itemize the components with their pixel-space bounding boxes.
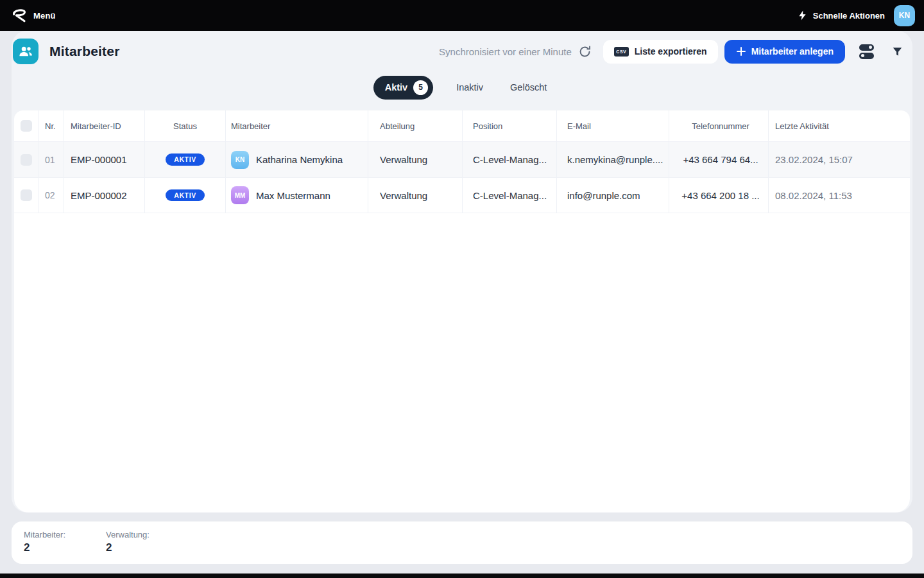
cell-department: Verwaltung: [368, 178, 463, 213]
quick-actions-label: Schnelle Aktionen: [813, 11, 885, 21]
export-list-button[interactable]: CSV Liste exportieren: [603, 40, 718, 64]
column-settings-button[interactable]: [859, 44, 874, 59]
tab-aktiv-count-badge: 5: [413, 80, 428, 95]
status-badge: AKTIV: [166, 153, 205, 166]
employees-table: Nr. Mitarbeiter-ID Status Mitarbeiter Ab…: [14, 110, 910, 512]
plus-icon: [736, 46, 746, 57]
create-employee-button[interactable]: Mitarbeiter anlegen: [724, 40, 845, 64]
cell-email: info@runple.com: [557, 178, 669, 213]
employee-name: Katharina Nemykina: [256, 154, 343, 165]
column-header-employee[interactable]: Mitarbeiter: [226, 110, 368, 141]
summary-footer: Mitarbeiter: 2 Verwaltung: 2: [12, 521, 912, 564]
user-avatar[interactable]: KN: [894, 5, 915, 26]
tab-aktiv[interactable]: Aktiv 5: [373, 76, 433, 100]
stat-verwaltung: Verwaltung: 2: [106, 530, 188, 564]
stat-verwaltung-label: Verwaltung:: [106, 530, 188, 539]
create-employee-label: Mitarbeiter anlegen: [751, 46, 834, 57]
stat-verwaltung-value: 2: [106, 541, 188, 554]
lightning-icon: [797, 9, 808, 22]
tab-aktiv-label: Aktiv: [385, 82, 407, 92]
refresh-icon[interactable]: [578, 45, 592, 58]
table-row[interactable]: 01 EMP-000001 AKTIV KN Katharina Nemykin…: [14, 141, 910, 177]
cell-nr: 02: [38, 178, 64, 213]
filter-icon: [891, 46, 903, 58]
cell-phone: +43 664 200 18 ...: [669, 178, 769, 213]
menu-button[interactable]: Menü: [33, 11, 56, 21]
cell-last-activity: 23.02.2024, 15:07: [769, 142, 910, 177]
table-header-row: Nr. Mitarbeiter-ID Status Mitarbeiter Ab…: [14, 110, 910, 141]
employee-name: Max Mustermann: [256, 190, 330, 201]
cell-employee-id: EMP-000001: [64, 142, 145, 177]
table-row[interactable]: 02 EMP-000002 AKTIV MM Max Mustermann Ve…: [14, 177, 910, 213]
column-header-last-activity[interactable]: Letzte Aktivität: [769, 110, 910, 141]
tab-inaktiv[interactable]: Inaktiv: [452, 82, 487, 92]
runple-logo-icon[interactable]: [10, 6, 28, 24]
column-header-id[interactable]: Mitarbeiter-ID: [64, 110, 145, 141]
quick-actions-button[interactable]: Schnelle Aktionen: [797, 9, 885, 22]
toggles-icon: [859, 44, 874, 59]
column-header-nr[interactable]: Nr.: [38, 110, 64, 141]
employees-icon: [13, 39, 38, 64]
bottom-edge-strip: [0, 574, 924, 578]
topbar: Menü Schnelle Aktionen KN: [0, 0, 924, 31]
employees-card: Mitarbeiter Synchronisiert vor einer Min…: [12, 31, 912, 512]
page-title: Mitarbeiter: [49, 44, 120, 59]
column-header-phone[interactable]: Telefonnummer: [669, 110, 769, 141]
tab-geloescht[interactable]: Gelöscht: [506, 82, 551, 92]
page-background: Mitarbeiter Synchronisiert vor einer Min…: [0, 31, 924, 578]
cell-position: C-Level-Manag...: [463, 178, 557, 213]
export-list-label: Liste exportieren: [635, 46, 707, 57]
cell-nr: 01: [38, 142, 64, 177]
cell-email: k.nemykina@runple....: [557, 142, 669, 177]
cell-phone: +43 664 794 64...: [669, 142, 769, 177]
column-header-email[interactable]: E-Mail: [557, 110, 669, 141]
status-badge: AKTIV: [166, 189, 205, 202]
sync-status-text: Synchronisiert vor einer Minute: [439, 46, 572, 57]
stat-employees-value: 2: [24, 541, 106, 554]
column-header-department[interactable]: Abteilung: [368, 110, 463, 141]
column-header-position[interactable]: Position: [463, 110, 557, 141]
stat-employees: Mitarbeiter: 2: [24, 530, 106, 564]
employee-avatar: MM: [231, 186, 249, 204]
row-checkbox[interactable]: [21, 154, 32, 166]
cell-employee-id: EMP-000002: [64, 178, 145, 213]
select-all-checkbox[interactable]: [21, 120, 32, 132]
employee-avatar: KN: [231, 151, 249, 169]
filter-button[interactable]: [891, 46, 903, 58]
card-header: Mitarbeiter Synchronisiert vor einer Min…: [13, 39, 903, 64]
cell-position: C-Level-Manag...: [463, 142, 557, 177]
stat-employees-label: Mitarbeiter:: [24, 530, 106, 539]
csv-file-icon: CSV: [614, 47, 629, 57]
column-header-status[interactable]: Status: [145, 110, 226, 141]
status-tabs: Aktiv 5 Inaktiv Gelöscht: [12, 76, 912, 99]
cell-department: Verwaltung: [368, 142, 463, 177]
cell-last-activity: 08.02.2024, 11:53: [769, 178, 910, 213]
row-checkbox[interactable]: [21, 189, 32, 201]
